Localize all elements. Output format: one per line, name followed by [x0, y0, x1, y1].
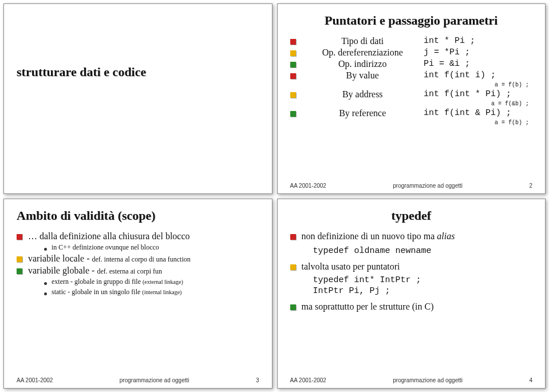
item-prefix: variabile locale - [28, 254, 92, 263]
footer-left: AA 2001-2002 [290, 183, 326, 189]
bullet-icon [290, 304, 296, 310]
slide-footer: AA 2001-2002 programmazione ad oggetti 2 [290, 183, 533, 189]
item-text: talvolta usato per puntatori [302, 262, 400, 272]
item-text: non definizione di un nuovo tipo ma alia… [302, 231, 455, 241]
item-label: By value [346, 70, 379, 81]
list-item: Tipo di dati int * Pi ; [290, 36, 533, 46]
item-after: a = f(&b) ; [290, 101, 533, 107]
bullet-icon [290, 92, 296, 98]
bullet-icon [290, 50, 296, 56]
item-text: in C++ definizione ovunque nel blocco [52, 243, 159, 252]
item-label: By address [342, 89, 383, 100]
list-item: variabile locale - def. interna al corpo… [17, 254, 259, 264]
list-item: ma soprattutto per le strutture (in C) [290, 302, 533, 312]
item-code: Pi = &i ; [424, 59, 532, 69]
slide-1: strutturare dati e codice [3, 3, 272, 194]
item-prefix: non definizione di un nuovo tipo ma [302, 231, 437, 241]
item-suffix: def. interna al corpo di una function [92, 255, 191, 263]
slide-footer: AA 2001-2002 programmazione ad oggetti 3 [17, 377, 259, 383]
item-code: int * Pi ; [424, 36, 532, 46]
item-label: By reference [339, 108, 386, 118]
slide-footer: AA 2001-2002 programmazione ad oggetti 4 [290, 377, 533, 383]
param-list: Tipo di dati int * Pi ; Op. dereferenzia… [290, 36, 533, 126]
slide-2: Puntatori e passaggio parametri Tipo di … [277, 3, 546, 194]
item-after: a = f(b) ; [290, 120, 533, 126]
item-code: int f(int * Pi) ; [424, 89, 532, 99]
footer-page: 4 [529, 377, 532, 383]
item-code: int f(int & Pi) ; [424, 108, 532, 118]
bullet-icon [17, 268, 22, 274]
list-subitem: static - globale in un singolo file (int… [30, 288, 259, 296]
bullet-icon [290, 39, 296, 45]
bullet-icon [290, 62, 296, 68]
bullet-icon [290, 234, 296, 240]
item-prefix: variabile globale - [28, 266, 97, 275]
footer-page: 2 [529, 183, 532, 189]
item-text: static - globale in un singolo file (int… [52, 288, 181, 296]
list-item: non definizione di un nuovo tipo ma alia… [290, 231, 533, 241]
bullet-icon [290, 264, 296, 270]
item-code: int f(int i) ; [424, 70, 532, 80]
list-item: By reference int f(int & Pi) ; [290, 108, 533, 118]
item-text: ma soprattutto per le strutture (in C) [302, 302, 434, 312]
item-text: variabile locale - def. interna al corpo… [28, 254, 191, 264]
slide-3: Ambito di validità (scope) … dalla defin… [3, 199, 272, 389]
item-after: a = f(b) ; [290, 82, 533, 88]
slide-title: strutturare dati e codice [17, 65, 259, 80]
bullet-icon [17, 256, 22, 262]
list-item: … dalla definizione alla chiusura del bl… [17, 231, 259, 241]
slide-title: Puntatori e passaggio parametri [290, 13, 533, 28]
list-subitem: in C++ definizione ovunque nel blocco [30, 243, 259, 252]
dot-icon [44, 282, 47, 285]
footer-center: programmazione ad oggetti [393, 183, 463, 189]
item-label: Op. indirizzo [338, 59, 386, 69]
bullet-icon [17, 234, 22, 240]
list-item: By address int f(int * Pi) ; [290, 89, 533, 100]
footer-page: 3 [256, 377, 259, 383]
bullet-icon [290, 73, 296, 79]
list-item: Op. indirizzo Pi = &i ; [290, 59, 533, 69]
footer-center: programmazione ad oggetti [393, 377, 463, 383]
item-text: extern - globale in gruppo di file (exte… [52, 278, 183, 286]
item-code: j = *Pi ; [424, 47, 532, 57]
list-subitem: extern - globale in gruppo di file (exte… [30, 278, 259, 286]
slide-title: typedef [290, 208, 533, 223]
list-item: variabile globale - def. esterna ai corp… [17, 266, 259, 276]
code-line: typedef oldname newname [313, 246, 533, 256]
dot-icon [44, 248, 47, 251]
dot-icon [44, 292, 47, 295]
item-text: variabile globale - def. esterna ai corp… [28, 266, 162, 276]
list-item: By value int f(int i) ; [290, 70, 533, 81]
footer-left: AA 2001-2002 [290, 377, 326, 383]
bullet-icon [290, 111, 296, 117]
code-line: typedef int* IntPtr ; [313, 275, 533, 285]
item-text: … dalla definizione alla chiusura del bl… [28, 231, 190, 241]
footer-center: programmazione ad oggetti [120, 377, 189, 383]
item-emph: alias [437, 231, 455, 241]
slide-4: typedef non definizione di un nuovo tipo… [277, 199, 546, 389]
slide-title: Ambito di validità (scope) [17, 208, 259, 223]
list-item: talvolta usato per puntatori [290, 262, 533, 272]
item-label: Tipo di dati [341, 36, 384, 46]
list-item: Op. dereferenziazione j = *Pi ; [290, 47, 533, 58]
code-line: IntPtr Pi, Pj ; [313, 286, 533, 296]
item-suffix: def. esterna ai corpi fun [97, 267, 162, 275]
item-label: Op. dereferenziazione [322, 47, 403, 58]
footer-left: AA 2001-2002 [17, 377, 53, 383]
